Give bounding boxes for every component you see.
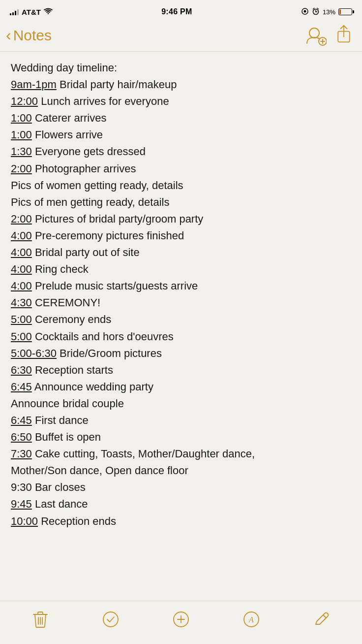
line-17: 5:00 Cocktails and hors d'oeuvres [11,328,351,345]
line-15: 4:30 CEREMONY! [11,294,351,311]
line-6: 1:30 Everyone gets dressed [11,143,351,160]
svg-point-16 [103,612,118,627]
back-button[interactable]: ‹ Notes [6,27,52,44]
time-display: 9:46 PM [161,7,192,16]
nav-actions [305,25,352,46]
line-9: Pics of men getting ready, details [11,194,351,211]
line-16: 5:00 Ceremony ends [11,311,351,328]
note-body: Wedding day timeline: 9am-1pm Bridal par… [11,60,351,530]
line-2: 9am-1pm Bridal party hair/makeup [11,76,351,93]
svg-line-22 [323,615,326,618]
alarm-icon [312,7,320,17]
bottom-toolbar: A [0,601,362,644]
nav-title: Notes [13,27,52,44]
line-19: 6:30 Reception starts [11,362,351,379]
line-22: 6:45 First dance [11,412,351,429]
add-button[interactable] [168,606,194,633]
location-icon [301,7,309,17]
note-content: Wedding day timeline: 9am-1pm Bridal par… [0,52,362,593]
battery-percent: 13% [323,8,335,16]
compose-button[interactable] [308,606,335,633]
wifi-icon [44,8,53,16]
svg-point-7 [309,28,319,38]
line-26: 9:30 Bar closes [11,479,351,496]
line-5: 1:00 Flowers arrive [11,127,351,143]
line-20: 6:45 Announce wedding party [11,379,351,395]
check-button[interactable] [97,606,124,633]
line-24: 7:30 Cake cutting, Toasts, Mother/Daught… [11,446,351,462]
line-18: 5:00-6:30 Bride/Groom pictures [11,345,351,362]
line-8: Pics of women getting ready, details [11,177,351,194]
svg-line-6 [317,8,319,9]
svg-text:A: A [248,615,254,624]
line-23: 6:50 Buffet is open [11,429,351,446]
signal-bars [10,8,19,15]
delete-button[interactable] [27,606,54,633]
back-chevron-icon: ‹ [6,27,11,43]
svg-line-5 [313,8,314,9]
status-bar: AT&T 9:46 PM 13% [0,0,362,22]
status-left: AT&T [10,8,53,16]
line-27: 9:45 Last dance [11,496,351,513]
line-14: 4:00 Prelude music starts/guests arrive [11,278,351,294]
line-3: 12:00 Lunch arrives for everyone [11,93,351,110]
line-1: Wedding day timeline: [11,60,351,76]
line-13: 4:00 Ring check [11,261,351,278]
line-4: 1:00 Caterer arrives [11,110,351,127]
line-10: 2:00 Pictures of bridal party/groom part… [11,211,351,227]
status-right: 13% [301,7,352,17]
nav-bar: ‹ Notes [0,22,362,51]
line-7: 2:00 Photographer arrives [11,161,351,177]
line-25: Mother/Son dance, Open dance floor [11,462,351,479]
line-11: 4:00 Pre-ceremony pictures finished [11,227,351,244]
svg-point-1 [303,10,306,12]
line-28: 10:00 Reception ends [11,513,351,530]
battery-icon [338,8,352,15]
line-21: Announce bridal couple [11,395,351,412]
add-person-button[interactable] [305,25,327,46]
share-button[interactable] [335,25,352,46]
line-12: 4:00 Bridal party out of site [11,244,351,261]
carrier-name: AT&T [22,8,41,16]
format-button[interactable]: A [238,606,265,633]
